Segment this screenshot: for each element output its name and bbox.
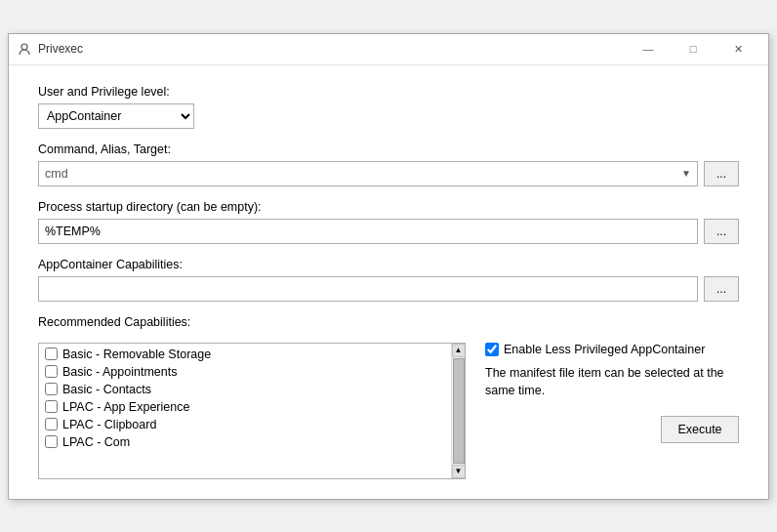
recommended-label: Recommended Capabilities: xyxy=(38,315,739,329)
enable-lpac-row: Enable Less Privileged AppContainer xyxy=(485,343,739,356)
svg-point-0 xyxy=(21,44,27,50)
item-label-3: LPAC - App Experience xyxy=(62,400,189,414)
list-item[interactable]: LPAC - App Experience xyxy=(39,398,451,416)
scrollbar[interactable]: ▲ ▼ xyxy=(451,344,465,478)
item-checkbox-3[interactable] xyxy=(45,400,58,413)
bottom-section: Basic - Removable Storage Basic - Appoin… xyxy=(38,343,739,479)
listbox-section: Basic - Removable Storage Basic - Appoin… xyxy=(38,343,466,479)
listbox-container: Basic - Removable Storage Basic - Appoin… xyxy=(38,343,466,479)
main-window: Privexec — □ ✕ User and Privilege level:… xyxy=(8,33,769,500)
item-checkbox-4[interactable] xyxy=(45,418,58,430)
command-input-wrapper: cmd ▼ xyxy=(38,161,698,186)
list-item[interactable]: LPAC - Clipboard xyxy=(39,416,451,433)
right-panel: Enable Less Privileged AppContainer The … xyxy=(485,343,739,479)
directory-label: Process startup directory (can be empty)… xyxy=(38,200,739,214)
privilege-dropdown[interactable]: AppContainer Administrator System Truste… xyxy=(38,103,194,129)
privilege-label: User and Privilege level: xyxy=(38,85,739,99)
item-checkbox-5[interactable] xyxy=(45,435,58,448)
title-bar-left: Privexec xyxy=(17,41,83,57)
capabilities-browse-button[interactable]: ... xyxy=(704,276,739,302)
minimize-button[interactable]: — xyxy=(626,38,671,60)
capabilities-row: ... xyxy=(38,276,739,302)
item-label-2: Basic - Contacts xyxy=(62,383,151,396)
list-item[interactable]: Basic - Removable Storage xyxy=(39,346,451,363)
item-label-5: LPAC - Com xyxy=(62,435,130,449)
item-checkbox-0[interactable] xyxy=(45,348,58,360)
maximize-button[interactable]: □ xyxy=(671,38,716,60)
title-bar: Privexec — □ ✕ xyxy=(9,34,768,65)
item-checkbox-2[interactable] xyxy=(45,383,58,395)
scroll-up-arrow[interactable]: ▲ xyxy=(452,344,466,357)
capabilities-input[interactable] xyxy=(38,276,698,302)
scroll-down-arrow[interactable]: ▼ xyxy=(452,465,466,478)
execute-row: Execute xyxy=(485,416,739,443)
command-dropdown-arrow[interactable]: ▼ xyxy=(681,168,691,179)
close-button[interactable]: ✕ xyxy=(716,38,760,60)
item-label-1: Basic - Appointments xyxy=(62,365,177,379)
directory-browse-button[interactable]: ... xyxy=(704,219,739,244)
item-label-4: LPAC - Clipboard xyxy=(62,418,156,431)
command-label: Command, Alias, Target: xyxy=(38,143,739,156)
directory-row: ... xyxy=(38,219,739,244)
execute-button[interactable]: Execute xyxy=(661,416,739,443)
window-title: Privexec xyxy=(38,42,83,56)
capabilities-listbox: Basic - Removable Storage Basic - Appoin… xyxy=(39,344,451,478)
app-icon xyxy=(17,41,32,57)
item-checkbox-1[interactable] xyxy=(45,365,58,378)
command-browse-button[interactable]: ... xyxy=(704,161,739,186)
list-item[interactable]: Basic - Appointments xyxy=(39,363,451,381)
command-value: cmd xyxy=(45,167,68,181)
command-row: cmd ▼ ... xyxy=(38,161,739,186)
scroll-thumb[interactable] xyxy=(453,358,465,464)
directory-input[interactable] xyxy=(38,219,698,244)
privilege-row: AppContainer Administrator System Truste… xyxy=(38,103,739,129)
item-label-0: Basic - Removable Storage xyxy=(62,348,211,361)
enable-lpac-checkbox[interactable] xyxy=(485,343,499,356)
enable-lpac-label: Enable Less Privileged AppContainer xyxy=(504,343,705,356)
content-area: User and Privilege level: AppContainer A… xyxy=(9,65,768,499)
info-text: The manifest file item can be selected a… xyxy=(485,364,739,401)
title-bar-controls: — □ ✕ xyxy=(626,38,760,60)
list-item[interactable]: LPAC - Com xyxy=(39,433,451,451)
list-item[interactable]: Basic - Contacts xyxy=(39,381,451,398)
capabilities-label: AppContainer Capabilities: xyxy=(38,258,739,271)
